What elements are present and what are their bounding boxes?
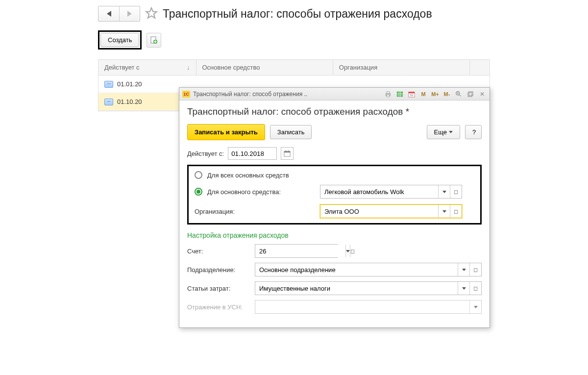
- restore-icon[interactable]: [466, 90, 475, 99]
- asset-input[interactable]: [320, 185, 438, 198]
- save-close-button[interactable]: Записать и закрыть: [187, 124, 265, 140]
- table-header: Действует с ↓ Основное средство Организа…: [98, 60, 490, 75]
- page-title: Транспортный налог: способы отражения ра…: [163, 7, 432, 21]
- dialog-window-title: Транспортный налог: способ отражения ..: [193, 91, 307, 98]
- svg-text:31: 31: [410, 93, 414, 97]
- section-title: Настройка отражения расходов: [187, 231, 482, 239]
- cost-row: Статьи затрат: ◻: [187, 281, 482, 295]
- topbar: Транспортный налог: способы отражения ра…: [98, 6, 588, 22]
- col-asset[interactable]: Основное средство: [196, 60, 333, 75]
- create-button[interactable]: Создать: [100, 33, 139, 47]
- oneC-icon: 1C: [182, 91, 190, 98]
- open-icon: ◻: [350, 248, 355, 254]
- radio-asset[interactable]: [195, 188, 202, 196]
- help-button[interactable]: ?: [465, 125, 482, 139]
- dept-row: Подразделение: ◻: [187, 263, 482, 276]
- org-dropdown-button[interactable]: [438, 205, 450, 218]
- account-label: Счет:: [187, 248, 251, 255]
- org-combo[interactable]: ◻: [320, 204, 462, 218]
- dialog-header: Транспортный налог: способ отражения рас…: [187, 106, 482, 117]
- col-extra: [470, 60, 490, 75]
- dialog-actions: Записать и закрыть Записать Еще ?: [187, 124, 482, 140]
- chevron-down-icon: [442, 191, 446, 193]
- effective-label: Действует с:: [187, 150, 224, 157]
- arrow-right-icon: [127, 11, 132, 17]
- row-date: 01.01.20: [117, 80, 142, 88]
- asset-open-button[interactable]: ◻: [450, 185, 462, 198]
- usn-input[interactable]: [255, 300, 469, 313]
- create-highlight: Создать: [98, 30, 142, 50]
- svg-rect-21: [469, 92, 473, 96]
- m-button[interactable]: M: [419, 90, 428, 99]
- m-minus-button[interactable]: M-: [442, 90, 451, 99]
- nav-buttons: [98, 6, 140, 22]
- dept-combo[interactable]: ◻: [255, 263, 482, 276]
- svg-rect-23: [284, 151, 290, 153]
- col-org[interactable]: Организация: [333, 60, 470, 75]
- dept-input[interactable]: [255, 263, 458, 276]
- radio-all[interactable]: [195, 171, 202, 179]
- account-input[interactable]: [255, 245, 345, 257]
- forward-button[interactable]: [119, 6, 140, 21]
- svg-rect-4: [154, 41, 157, 42]
- org-row: Организация: ◻: [195, 204, 474, 218]
- svg-rect-6: [387, 91, 389, 93]
- col-date[interactable]: Действует с ↓: [98, 60, 196, 75]
- highlighted-section: Для всех основных средств Для основного …: [187, 165, 482, 225]
- cost-combo[interactable]: ◻: [255, 281, 482, 295]
- open-icon: ◻: [473, 267, 478, 273]
- chevron-down-icon: [449, 131, 453, 133]
- usn-combo[interactable]: [255, 300, 482, 314]
- svg-rect-20: [468, 93, 472, 97]
- org-label: Организация:: [195, 208, 315, 215]
- account-open-button[interactable]: ◻: [350, 245, 355, 257]
- sort-down-icon: ↓: [187, 64, 190, 71]
- usn-label: Отражение в УСН:: [187, 303, 251, 311]
- asset-dropdown-button[interactable]: [438, 185, 450, 198]
- cost-open-button[interactable]: ◻: [469, 282, 481, 295]
- zoom-icon[interactable]: [454, 90, 463, 99]
- calendar-button[interactable]: [281, 147, 294, 160]
- org-open-button[interactable]: ◻: [450, 205, 462, 218]
- more-label: Еще: [434, 128, 447, 136]
- account-dropdown-button[interactable]: [345, 245, 350, 257]
- dialog-titlebar[interactable]: 1C Транспортный налог: способ отражения …: [179, 88, 490, 100]
- m-plus-button[interactable]: M+: [431, 90, 440, 99]
- dept-label: Подразделение:: [187, 266, 251, 274]
- radio-asset-row[interactable]: Для основного средства: ◻: [195, 185, 474, 199]
- svg-rect-7: [387, 95, 389, 97]
- back-button[interactable]: [98, 6, 119, 21]
- usn-row: Отражение в УСН:: [187, 300, 482, 314]
- save-button[interactable]: Записать: [270, 125, 312, 139]
- cost-input[interactable]: [255, 282, 458, 295]
- chevron-down-icon: [346, 250, 350, 252]
- account-row: Счет: ◻: [187, 244, 482, 258]
- print-icon[interactable]: [384, 90, 392, 99]
- dept-open-button[interactable]: ◻: [469, 263, 481, 276]
- svg-line-17: [459, 94, 461, 96]
- org-input[interactable]: [320, 205, 438, 218]
- arrow-left-icon: [107, 11, 111, 17]
- effective-date-input[interactable]: [228, 147, 277, 160]
- open-icon: ◻: [473, 285, 478, 292]
- svg-marker-0: [146, 8, 157, 18]
- new-doc-button[interactable]: [147, 33, 161, 48]
- chevron-down-icon: [442, 210, 446, 213]
- close-icon[interactable]: ✕: [478, 90, 487, 99]
- table-icon[interactable]: [395, 90, 404, 99]
- asset-combo[interactable]: ◻: [320, 185, 462, 199]
- account-combo[interactable]: ◻: [255, 244, 338, 258]
- svg-rect-8: [397, 91, 403, 97]
- row-icon: 〰: [104, 81, 113, 88]
- radio-all-row[interactable]: Для всех основных средств: [195, 171, 474, 179]
- chevron-down-icon: [462, 287, 466, 290]
- usn-dropdown-button[interactable]: [469, 300, 481, 313]
- open-icon: ◻: [454, 189, 458, 195]
- calendar-icon[interactable]: 31: [407, 90, 416, 99]
- more-button[interactable]: Еще: [427, 125, 460, 139]
- effective-date-row: Действует с:: [187, 147, 482, 160]
- chevron-down-icon: [462, 269, 466, 271]
- favorite-icon[interactable]: [145, 7, 158, 21]
- dept-dropdown-button[interactable]: [458, 263, 469, 276]
- cost-dropdown-button[interactable]: [458, 282, 469, 295]
